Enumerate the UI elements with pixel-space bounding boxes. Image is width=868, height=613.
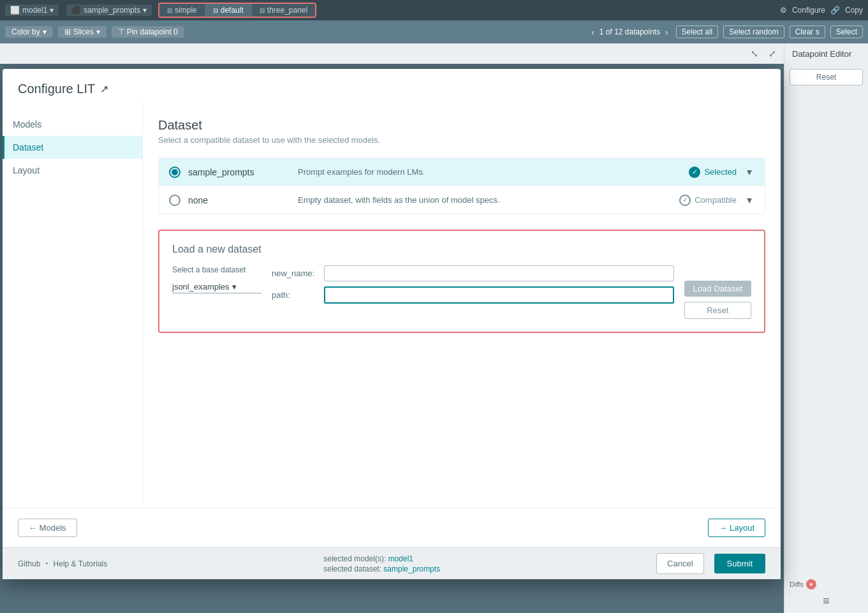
configure-link[interactable]: Configure: [792, 6, 825, 15]
sidebar-item-models[interactable]: Models: [3, 113, 142, 136]
slices-chevron: ▾: [96, 27, 100, 36]
clear-button[interactable]: Clear s: [790, 26, 825, 38]
copy-link[interactable]: Copy: [845, 6, 863, 15]
maximize-icon[interactable]: ⤢: [766, 48, 779, 59]
dataset-chevron: ▾: [143, 6, 147, 15]
diffs-icon: Diffs: [790, 580, 804, 588]
model-selector[interactable]: ⬜ model1 ▾: [5, 4, 59, 16]
select-base-label: Select a base dataset: [172, 265, 261, 274]
tab-simple-icon: ⊟: [167, 7, 172, 14]
selected-dataset-value[interactable]: sample_prompts: [383, 565, 440, 573]
next-datapoint-button[interactable]: ›: [663, 27, 670, 37]
dataset-list: sample_prompts Prompt examples for moder…: [158, 158, 765, 214]
right-panel-reset-button[interactable]: Reset: [790, 69, 863, 85]
dataset-status-sample-prompts: ✓ Selected: [689, 166, 737, 178]
radio-sample-prompts[interactable]: [169, 166, 180, 178]
configure-lit-modal: Configure LIT ↗ Models Dataset Layout: [3, 69, 781, 579]
selected-model-value[interactable]: model1: [388, 554, 413, 563]
dataset-row-sample-prompts: sample_prompts Prompt examples for moder…: [159, 158, 765, 186]
base-dataset-value: jsonl_examples: [172, 282, 230, 292]
compatible-label: Compatible: [695, 195, 737, 205]
load-dataset-button[interactable]: Load Dataset: [684, 281, 751, 297]
tab-simple-label: simple: [175, 6, 197, 15]
new-name-label: new_name:: [272, 269, 316, 278]
dataset-desc-sample-prompts: Prompt examples for modern LMs.: [298, 167, 681, 177]
dataset-row-none: none Empty dataset, with fields as the u…: [159, 186, 765, 214]
path-label: path:: [272, 290, 316, 300]
pin-button[interactable]: ⊤ Pin datapoint 0: [112, 26, 184, 38]
tab-three-panel[interactable]: ⊟ three_panel: [252, 4, 315, 17]
select-random-button[interactable]: Select random: [723, 26, 784, 38]
slices-button[interactable]: ⊞ Slices ▾: [58, 26, 107, 38]
diffs-badge: ●: [806, 579, 816, 589]
select-all-button[interactable]: Select all: [676, 26, 719, 38]
radio-none[interactable]: [169, 195, 180, 206]
tab-three-panel-label: three_panel: [267, 6, 307, 15]
load-form-left: Select a base dataset jsonl_examples ▾: [172, 265, 261, 293]
dataset-label: sample_prompts: [84, 6, 140, 15]
external-link-icon[interactable]: ↗: [100, 83, 108, 95]
selected-checkmark-icon: ✓: [689, 166, 700, 178]
copy-icon: 🔗: [830, 6, 840, 15]
datapoint-editor-label: Datapoint Editor: [792, 49, 851, 59]
base-dataset-chevron: ▾: [232, 282, 237, 292]
top-bar: ⬜ model1 ▾ ⬛ sample_prompts ▾ ⊟ simple ⊟…: [0, 0, 868, 20]
section-title: Dataset: [158, 118, 765, 133]
minimize-icon[interactable]: ⤡: [748, 48, 761, 59]
tab-default[interactable]: ⊟ default: [205, 4, 252, 17]
select-button[interactable]: Select: [830, 26, 863, 38]
sidebar-item-dataset[interactable]: Dataset: [3, 136, 142, 159]
tab-simple[interactable]: ⊟ simple: [159, 4, 205, 17]
selected-model-line: selected model(s): model1: [323, 554, 440, 563]
load-form-actions: Load Dataset Reset: [684, 265, 751, 319]
base-dataset-select[interactable]: jsonl_examples ▾: [172, 281, 261, 293]
config-sidebar: Models Dataset Layout: [3, 103, 143, 508]
load-form: Select a base dataset jsonl_examples ▾ n…: [172, 265, 751, 319]
dataset-selector[interactable]: ⬛ sample_prompts ▾: [66, 4, 152, 16]
cancel-button[interactable]: Cancel: [656, 553, 703, 574]
sidebar-item-layout[interactable]: Layout: [3, 159, 142, 182]
compatible-checkmark-icon: ✓: [679, 195, 691, 206]
top-bar-actions: ⚙ Configure 🔗 Copy: [780, 6, 863, 15]
datapoint-editor-header: Datapoint Editor: [784, 43, 868, 64]
modal-title: Configure LIT: [18, 82, 95, 96]
slices-label: Slices: [73, 27, 94, 36]
selected-label: Selected: [704, 167, 737, 177]
dataset-icon: ⬛: [71, 6, 81, 15]
load-dataset-box: Load a new dataset Select a base dataset…: [158, 230, 765, 333]
back-models-button[interactable]: ← Models: [18, 519, 77, 537]
prev-datapoint-button[interactable]: ‹: [589, 27, 596, 37]
content-area: ⤡ ⤢ Datapoint Editor Reset Diffs ● ≡ Con…: [0, 43, 868, 613]
sample-prompts-expand-button[interactable]: ▾: [744, 166, 754, 178]
path-field-row: path:: [272, 286, 674, 304]
path-input[interactable]: [324, 286, 674, 304]
help-link[interactable]: Help & Tutorials: [54, 559, 108, 568]
layout-tabs: ⊟ simple ⊟ default ⊟ three_panel: [158, 3, 316, 18]
modal-header: Configure LIT ↗: [3, 69, 781, 103]
tab-default-icon: ⊟: [213, 7, 218, 14]
load-form-fields: new_name: path:: [272, 265, 674, 304]
load-reset-button[interactable]: Reset: [684, 302, 751, 319]
modal-body: Models Dataset Layout Dataset Select a c…: [3, 103, 781, 508]
model-label: model1: [22, 6, 47, 15]
expand-bar: ⤡ ⤢: [0, 43, 784, 64]
color-by-button[interactable]: Color by ▾: [5, 26, 53, 38]
github-link[interactable]: Github: [18, 559, 40, 568]
modal-overlay: Configure LIT ↗ Models Dataset Layout: [0, 64, 784, 613]
dataset-name-none: none: [188, 195, 290, 205]
pin-icon: ⊤: [118, 27, 124, 36]
new-name-field-row: new_name:: [272, 265, 674, 281]
section-subtitle: Select a compatible dataset to use with …: [158, 135, 765, 145]
new-name-input[interactable]: [324, 265, 674, 281]
slices-icon: ⊞: [64, 27, 71, 36]
load-dataset-title: Load a new dataset: [172, 244, 751, 255]
model-icon: ⬜: [10, 6, 20, 15]
submit-button[interactable]: Submit: [714, 554, 765, 573]
menu-icon: ≡: [790, 595, 863, 608]
none-expand-button[interactable]: ▾: [744, 194, 754, 206]
pin-label: Pin datapoint 0: [127, 27, 178, 36]
configure-icon: ⚙: [780, 6, 787, 15]
next-layout-button[interactable]: → Layout: [708, 519, 765, 537]
selected-info: selected model(s): model1 selected datas…: [323, 554, 440, 573]
color-by-chevron: ▾: [43, 27, 47, 36]
